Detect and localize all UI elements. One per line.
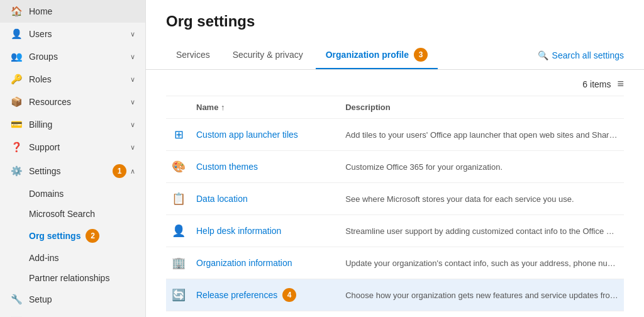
row-description: Update your organization's contact info,… (340, 247, 624, 279)
support-icon: ❓ (10, 142, 23, 153)
chevron-down-icon: ∨ (130, 53, 135, 61)
tab-badge: 3 (414, 48, 428, 62)
sidebar-item-groups[interactable]: 👥 Groups ∨ (0, 45, 145, 68)
table-header-row: Name ↑ Description (166, 96, 624, 119)
setup-icon: 🔧 (10, 294, 23, 305)
settings-table: Name ↑ Description ⊞Custom app launcher … (166, 96, 624, 311)
sidebar-item-setup[interactable]: 🔧 Setup (0, 288, 145, 311)
table-row[interactable]: 🔄Release preferences4Choose how your org… (166, 279, 624, 311)
row-description: Add tiles to your users' Office app laun… (340, 119, 624, 151)
chevron-down-icon: ∨ (130, 30, 135, 38)
row-icon: 👤 (166, 215, 191, 247)
row-icon: 📋 (166, 183, 191, 215)
row-description: Customize Office 365 for your organizati… (340, 151, 624, 183)
sub-item-label: Microsoft Search (29, 209, 95, 219)
sidebar-item-label: Roles (29, 74, 130, 84)
sidebar-item-label: Billing (29, 120, 130, 130)
row-icon: 🎨 (166, 151, 191, 183)
row-name[interactable]: Release preferences4 (191, 279, 340, 311)
sidebar-item-label: Setup (29, 294, 135, 304)
sidebar-item-label: Users (29, 29, 130, 39)
row-name[interactable]: Custom themes (191, 151, 340, 183)
tabs-bar: Services Security & privacy Organization… (146, 42, 644, 70)
table-row[interactable]: 👤Help desk informationStreamline user su… (166, 215, 624, 247)
sidebar-sub-item-org-settings[interactable]: Org settings 2 (0, 224, 145, 248)
sidebar-sub-item-microsoft-search[interactable]: Microsoft Search (0, 204, 145, 224)
col-description-header: Description (340, 96, 624, 119)
org-settings-badge: 2 (86, 229, 99, 243)
row-description: See where Microsoft stores your data for… (340, 183, 624, 215)
row-description: Choose how your organization gets new fe… (340, 279, 624, 311)
groups-icon: 👥 (10, 51, 23, 62)
chevron-up-icon: ∧ (130, 167, 135, 175)
chevron-down-icon: ∨ (130, 121, 135, 129)
tab-security-privacy[interactable]: Security & privacy (223, 43, 313, 67)
chevron-down-icon: ∨ (130, 98, 135, 106)
table-row[interactable]: 📋Data locationSee where Microsoft stores… (166, 183, 624, 215)
sidebar-item-home[interactable]: 🏠 Home (0, 0, 145, 23)
row-name[interactable]: Organization information (191, 247, 340, 279)
sidebar: 🏠 Home 👤 Users ∨ 👥 Groups ∨ 🔑 Roles ∨ 📦 … (0, 0, 146, 317)
page-title: Org settings (166, 13, 624, 30)
list-view-icon[interactable]: ≡ (617, 77, 624, 91)
sidebar-item-label: Settings (29, 166, 108, 176)
sidebar-item-users[interactable]: 👤 Users ∨ (0, 23, 145, 45)
sub-item-label: Add-ins (29, 253, 58, 263)
roles-icon: 🔑 (10, 74, 23, 85)
col-icon (166, 96, 191, 119)
row-name[interactable]: Help desk information (191, 215, 340, 247)
settings-icon: ⚙️ (10, 165, 23, 177)
sidebar-item-support[interactable]: ❓ Support ∨ (0, 136, 145, 158)
users-icon: 👤 (10, 28, 23, 40)
sidebar-item-settings[interactable]: ⚙️ Settings 1 ∧ (0, 158, 145, 184)
page-header: Org settings (146, 0, 644, 42)
settings-badge: 1 (113, 164, 126, 178)
tab-services[interactable]: Services (166, 43, 220, 67)
sidebar-item-label: Resources (29, 97, 130, 107)
search-icon: 🔍 (538, 50, 548, 60)
sidebar-sub-item-add-ins[interactable]: Add-ins (0, 248, 145, 268)
main-content: Org settings Services Security & privacy… (146, 0, 644, 317)
home-icon: 🏠 (10, 6, 23, 17)
sidebar-item-label: Groups (29, 52, 130, 62)
items-count: 6 items (582, 79, 611, 89)
sidebar-sub-item-domains[interactable]: Domains (0, 184, 145, 204)
sidebar-item-label: Support (29, 142, 130, 152)
sidebar-sub-item-partner-relationships[interactable]: Partner relationships (0, 268, 145, 288)
table-row[interactable]: 🏢Organization informationUpdate your org… (166, 247, 624, 279)
row-icon: 🏢 (166, 247, 191, 279)
row-icon: ⊞ (166, 119, 191, 151)
sub-item-label: Domains (29, 189, 64, 199)
sub-item-label: Partner relationships (29, 273, 109, 283)
chevron-down-icon: ∨ (130, 75, 135, 84)
search-settings[interactable]: 🔍 Search all settings (538, 44, 624, 67)
sub-item-label: Org settings (29, 231, 80, 241)
content-area: 6 items ≡ Name ↑ Description ⊞Custom app… (146, 70, 644, 317)
row-badge: 4 (282, 288, 296, 302)
resources-icon: 📦 (10, 96, 23, 108)
row-icon: 🔄 (166, 279, 191, 311)
items-bar: 6 items ≡ (166, 70, 624, 96)
row-description: Streamline user support by adding custom… (340, 215, 624, 247)
sidebar-item-roles[interactable]: 🔑 Roles ∨ (0, 68, 145, 91)
sidebar-item-billing[interactable]: 💳 Billing ∨ (0, 113, 145, 136)
col-name-header: Name ↑ (191, 96, 340, 119)
sidebar-item-reports[interactable]: 📊 Reports ∨ (0, 311, 145, 317)
billing-icon: 💳 (10, 119, 23, 130)
row-name[interactable]: Data location (191, 183, 340, 215)
table-row[interactable]: 🎨Custom themesCustomize Office 365 for y… (166, 151, 624, 183)
tab-organization-profile[interactable]: Organization profile 3 (316, 42, 438, 69)
table-row[interactable]: ⊞Custom app launcher tilesAdd tiles to y… (166, 119, 624, 151)
chevron-down-icon: ∨ (130, 143, 135, 152)
sidebar-item-resources[interactable]: 📦 Resources ∨ (0, 91, 145, 113)
row-name[interactable]: Custom app launcher tiles (191, 119, 340, 151)
sidebar-item-label: Home (29, 6, 135, 16)
